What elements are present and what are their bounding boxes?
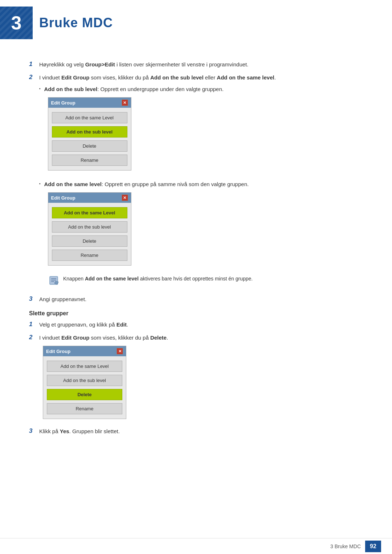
footer-chapter-text: 3 Bruke MDC: [330, 543, 361, 549]
slette-step-1-text: Velg et gruppenavn, og klikk på Edit.: [39, 321, 128, 328]
slette-step-3-num: 3: [29, 427, 39, 435]
slette-grupper-heading: Slette grupper: [29, 310, 363, 317]
sub-items-list: • Add on the sub level: Opprett en under…: [39, 85, 363, 269]
dialog-1-btn-rename[interactable]: Rename: [52, 155, 127, 166]
sub-item-2-content: Add on the same level: Opprett en gruppe…: [44, 180, 363, 269]
note-text: Knappen Add on the same level aktiveres …: [63, 275, 253, 283]
chapter-number-box: 3: [0, 7, 33, 39]
bullet-2: •: [39, 182, 41, 186]
dialog-2-btn-rename[interactable]: Rename: [52, 250, 127, 261]
dialog-3-btn-sub-level[interactable]: Add on the sub level: [47, 375, 122, 386]
dialog-2-titlebar: Edit Group ✕: [48, 193, 131, 203]
dialog-1-close-btn[interactable]: ✕: [122, 99, 128, 106]
page-footer: 3 Bruke MDC 92: [0, 538, 392, 554]
bullet-1: •: [39, 87, 41, 91]
edit-group-dialog-2: Edit Group ✕ Add on the same Level Add o…: [48, 192, 131, 266]
dialog-1-btn-sub-level[interactable]: Add on the sub level: [52, 126, 127, 138]
step-1-num: 1: [29, 61, 39, 68]
page-header: 3 Bruke MDC: [0, 0, 392, 46]
sub-item-1-content: Add on the sub level: Opprett en undergr…: [44, 85, 363, 174]
dialog-1-title: Edit Group: [51, 100, 75, 106]
slette-step-2-content: I vinduet Edit Group som vises, klikker …: [39, 333, 363, 423]
edit-group-dialog-1: Edit Group ✕ Add on the same Level Add o…: [48, 97, 131, 171]
slette-step-3: 3 Klikk på Yes. Gruppen blir slettet.: [29, 427, 363, 436]
step-2-content: I vinduet Edit Group som vises, klikker …: [39, 73, 363, 291]
note-icon: [49, 275, 60, 286]
slette-step-2-num: 2: [29, 334, 39, 341]
step-1-content: Høyreklikk og velg Group>Edit i listen o…: [39, 60, 363, 69]
dialog-3-btn-delete[interactable]: Delete: [47, 389, 122, 400]
slette-step-1-num: 1: [29, 321, 39, 328]
dialog-2-close-btn[interactable]: ✕: [122, 194, 128, 201]
dialog-1-btn-same-level[interactable]: Add on the same Level: [52, 112, 127, 123]
footer-page-number: 92: [365, 541, 381, 552]
dialog-3-btn-same-level[interactable]: Add on the same Level: [47, 361, 122, 372]
dialog-1-titlebar: Edit Group ✕: [48, 98, 131, 108]
step-3-text: Angi gruppenavnet.: [39, 296, 86, 302]
step-2-text: I vinduet Edit Group som vises, klikker …: [39, 74, 276, 81]
step-3: 3 Angi gruppenavnet.: [29, 295, 363, 304]
dialog-3-close-btn[interactable]: ✕: [117, 348, 123, 354]
dialog-3-titlebar: Edit Group ✕: [43, 346, 126, 356]
dialog-3-btn-rename[interactable]: Rename: [47, 403, 122, 414]
main-content: 1 Høyreklikk og velg Group>Edit i listen…: [0, 49, 392, 469]
note-block: Knappen Add on the same level aktiveres …: [49, 275, 363, 286]
slette-grupper-section: Slette grupper 1 Velg et gruppenavn, og …: [29, 310, 363, 436]
slette-step-1-content: Velg et gruppenavn, og klikk på Edit.: [39, 320, 363, 329]
slette-step-2-text: I vinduet Edit Group som vises, klikker …: [39, 335, 168, 341]
slette-step-3-text: Klikk på Yes. Gruppen blir slettet.: [39, 428, 120, 434]
step-2: 2 I vinduet Edit Group som vises, klikke…: [29, 73, 363, 291]
slette-step-3-content: Klikk på Yes. Gruppen blir slettet.: [39, 427, 363, 436]
step-1: 1 Høyreklikk og velg Group>Edit i listen…: [29, 60, 363, 69]
dialog-1-body: Add on the same Level Add on the sub lev…: [48, 108, 131, 170]
dialog-2-btn-delete[interactable]: Delete: [52, 235, 127, 247]
dialog-2-body: Add on the same Level Add on the sub lev…: [48, 203, 131, 265]
dialog-3-body: Add on the same Level Add on the sub lev…: [43, 356, 126, 419]
dialog-1-btn-delete[interactable]: Delete: [52, 140, 127, 152]
dialog-3-title: Edit Group: [46, 349, 70, 354]
chapter-title: Bruke MDC: [39, 15, 113, 30]
step-2-num: 2: [29, 74, 39, 81]
slette-step-2: 2 I vinduet Edit Group som vises, klikke…: [29, 333, 363, 423]
edit-group-dialog-3: Edit Group ✕ Add on the same Level Add o…: [43, 346, 126, 419]
slette-step-1: 1 Velg et gruppenavn, og klikk på Edit.: [29, 320, 363, 329]
sub-item-1-text: Add on the sub level: Opprett en undergr…: [44, 86, 224, 92]
step-3-content: Angi gruppenavnet.: [39, 295, 363, 304]
step-1-text: Høyreklikk og velg Group>Edit i listen o…: [39, 61, 248, 67]
step-3-num: 3: [29, 295, 39, 303]
chapter-number: 3: [11, 12, 22, 34]
dialog-2-btn-sub-level[interactable]: Add on the sub level: [52, 221, 127, 233]
dialog-2-title: Edit Group: [51, 195, 75, 201]
sub-item-2-text: Add on the same level: Opprett en gruppe…: [44, 181, 249, 187]
slette-grupper-steps: 1 Velg et gruppenavn, og klikk på Edit. …: [29, 320, 363, 436]
dialog-2-btn-same-level[interactable]: Add on the same Level: [52, 207, 127, 218]
main-steps: 1 Høyreklikk og velg Group>Edit i listen…: [29, 60, 363, 304]
sub-item-2: • Add on the same level: Opprett en grup…: [39, 180, 363, 269]
sub-item-1: • Add on the sub level: Opprett en under…: [39, 85, 363, 174]
